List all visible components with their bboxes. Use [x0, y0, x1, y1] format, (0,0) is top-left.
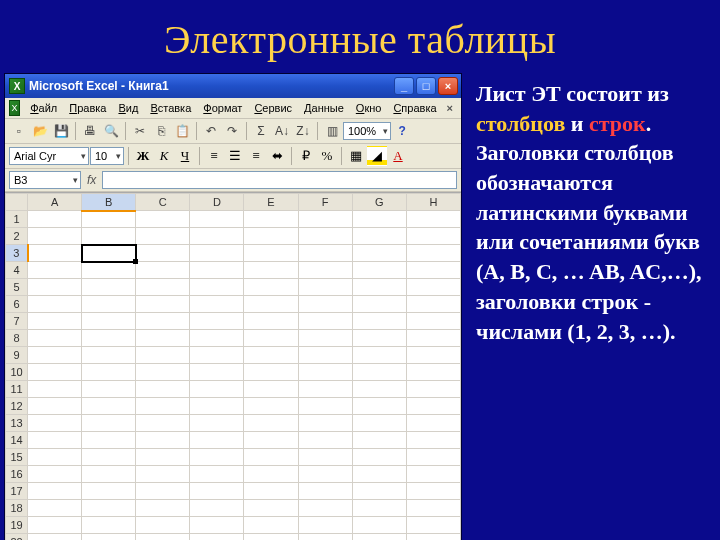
cell-E14[interactable]	[244, 432, 298, 449]
row-header-17[interactable]: 17	[6, 483, 28, 500]
select-all-corner[interactable]	[6, 194, 28, 211]
menu-правка[interactable]: Правка	[63, 100, 112, 116]
spreadsheet-grid[interactable]: ABCDEFGH12345678910111213141516171819202…	[5, 192, 461, 540]
cell-B6[interactable]	[82, 296, 136, 313]
font-color-icon[interactable]: A	[388, 146, 408, 166]
row-header-4[interactable]: 4	[6, 262, 28, 279]
cell-B1[interactable]	[82, 211, 136, 228]
cell-C16[interactable]	[136, 466, 190, 483]
cell-B3[interactable]	[82, 245, 136, 262]
cell-F8[interactable]	[298, 330, 352, 347]
close-doc-button[interactable]: ×	[443, 102, 457, 114]
cell-G13[interactable]	[352, 415, 406, 432]
autosum-icon[interactable]: Σ	[251, 121, 271, 141]
cell-H7[interactable]	[406, 313, 460, 330]
redo-icon[interactable]: ↷	[222, 121, 242, 141]
cell-C8[interactable]	[136, 330, 190, 347]
cell-C15[interactable]	[136, 449, 190, 466]
cell-D3[interactable]	[190, 245, 244, 262]
cell-B14[interactable]	[82, 432, 136, 449]
row-header-19[interactable]: 19	[6, 517, 28, 534]
cell-C10[interactable]	[136, 364, 190, 381]
cell-A1[interactable]	[28, 211, 82, 228]
cell-F17[interactable]	[298, 483, 352, 500]
cell-B20[interactable]	[82, 534, 136, 541]
cell-G1[interactable]	[352, 211, 406, 228]
row-header-3[interactable]: 3	[6, 245, 28, 262]
row-header-13[interactable]: 13	[6, 415, 28, 432]
cell-E19[interactable]	[244, 517, 298, 534]
underline-button[interactable]: Ч	[175, 146, 195, 166]
borders-icon[interactable]: ▦	[346, 146, 366, 166]
cell-E18[interactable]	[244, 500, 298, 517]
cell-B15[interactable]	[82, 449, 136, 466]
cell-H1[interactable]	[406, 211, 460, 228]
menu-окно[interactable]: Окно	[350, 100, 388, 116]
cut-icon[interactable]: ✂	[130, 121, 150, 141]
merge-center-icon[interactable]: ⬌	[267, 146, 287, 166]
cell-F14[interactable]	[298, 432, 352, 449]
cell-D13[interactable]	[190, 415, 244, 432]
cell-E11[interactable]	[244, 381, 298, 398]
cell-B13[interactable]	[82, 415, 136, 432]
cell-B19[interactable]	[82, 517, 136, 534]
cell-F4[interactable]	[298, 262, 352, 279]
cell-C1[interactable]	[136, 211, 190, 228]
cell-E10[interactable]	[244, 364, 298, 381]
row-header-9[interactable]: 9	[6, 347, 28, 364]
cell-H14[interactable]	[406, 432, 460, 449]
cell-D9[interactable]	[190, 347, 244, 364]
cell-A14[interactable]	[28, 432, 82, 449]
cell-E12[interactable]	[244, 398, 298, 415]
cell-H5[interactable]	[406, 279, 460, 296]
cell-D4[interactable]	[190, 262, 244, 279]
cell-F10[interactable]	[298, 364, 352, 381]
align-center-icon[interactable]: ☰	[225, 146, 245, 166]
cell-C20[interactable]	[136, 534, 190, 541]
cell-D5[interactable]	[190, 279, 244, 296]
cell-F13[interactable]	[298, 415, 352, 432]
col-header-A[interactable]: A	[28, 194, 82, 211]
col-header-G[interactable]: G	[352, 194, 406, 211]
col-header-B[interactable]: B	[82, 194, 136, 211]
cell-C9[interactable]	[136, 347, 190, 364]
cell-B8[interactable]	[82, 330, 136, 347]
minimize-button[interactable]: _	[394, 77, 414, 95]
percent-icon[interactable]: %	[317, 146, 337, 166]
cell-F15[interactable]	[298, 449, 352, 466]
cell-H13[interactable]	[406, 415, 460, 432]
align-left-icon[interactable]: ≡	[204, 146, 224, 166]
cell-E4[interactable]	[244, 262, 298, 279]
cell-D20[interactable]	[190, 534, 244, 541]
cell-D6[interactable]	[190, 296, 244, 313]
row-header-16[interactable]: 16	[6, 466, 28, 483]
row-header-1[interactable]: 1	[6, 211, 28, 228]
cell-C17[interactable]	[136, 483, 190, 500]
cell-G15[interactable]	[352, 449, 406, 466]
cell-C7[interactable]	[136, 313, 190, 330]
cell-D18[interactable]	[190, 500, 244, 517]
cell-A7[interactable]	[28, 313, 82, 330]
row-header-15[interactable]: 15	[6, 449, 28, 466]
cell-D14[interactable]	[190, 432, 244, 449]
row-header-2[interactable]: 2	[6, 228, 28, 245]
align-right-icon[interactable]: ≡	[246, 146, 266, 166]
cell-B12[interactable]	[82, 398, 136, 415]
cell-G6[interactable]	[352, 296, 406, 313]
cell-B9[interactable]	[82, 347, 136, 364]
col-header-C[interactable]: C	[136, 194, 190, 211]
cell-F5[interactable]	[298, 279, 352, 296]
open-file-icon[interactable]: 📂	[30, 121, 50, 141]
cell-E2[interactable]	[244, 228, 298, 245]
cell-G5[interactable]	[352, 279, 406, 296]
cell-H19[interactable]	[406, 517, 460, 534]
cell-B2[interactable]	[82, 228, 136, 245]
bold-button[interactable]: Ж	[133, 146, 153, 166]
menu-вставка[interactable]: Вставка	[144, 100, 197, 116]
cell-E9[interactable]	[244, 347, 298, 364]
cell-D16[interactable]	[190, 466, 244, 483]
cell-G3[interactable]	[352, 245, 406, 262]
menu-файл[interactable]: Файл	[24, 100, 63, 116]
cell-A5[interactable]	[28, 279, 82, 296]
cell-F6[interactable]	[298, 296, 352, 313]
